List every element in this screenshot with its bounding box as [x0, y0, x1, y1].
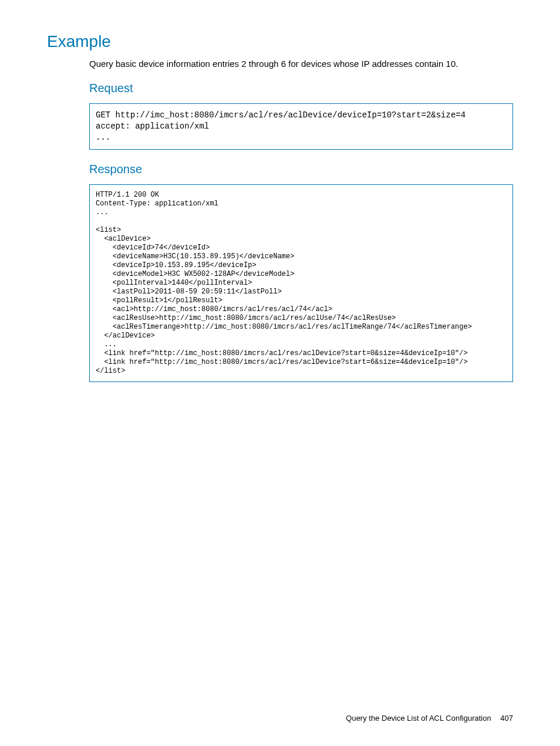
- footer-page-number: 407: [500, 714, 513, 723]
- heading-request: Request: [89, 82, 513, 95]
- heading-response: Response: [89, 163, 513, 176]
- request-code-block: GET http://imc_host:8080/imcrs/acl/res/a…: [89, 103, 513, 150]
- intro-text: Query basic device information entries 2…: [89, 58, 513, 70]
- page-footer: Query the Device List of ACL Configurati…: [346, 714, 513, 723]
- response-code-block: HTTP/1.1 200 OK Content-Type: applicatio…: [89, 184, 513, 382]
- footer-title: Query the Device List of ACL Configurati…: [346, 714, 491, 723]
- response-code: HTTP/1.1 200 OK Content-Type: applicatio…: [96, 191, 507, 376]
- request-code: GET http://imc_host:8080/imcrs/acl/res/a…: [96, 110, 507, 143]
- heading-example: Example: [47, 32, 513, 51]
